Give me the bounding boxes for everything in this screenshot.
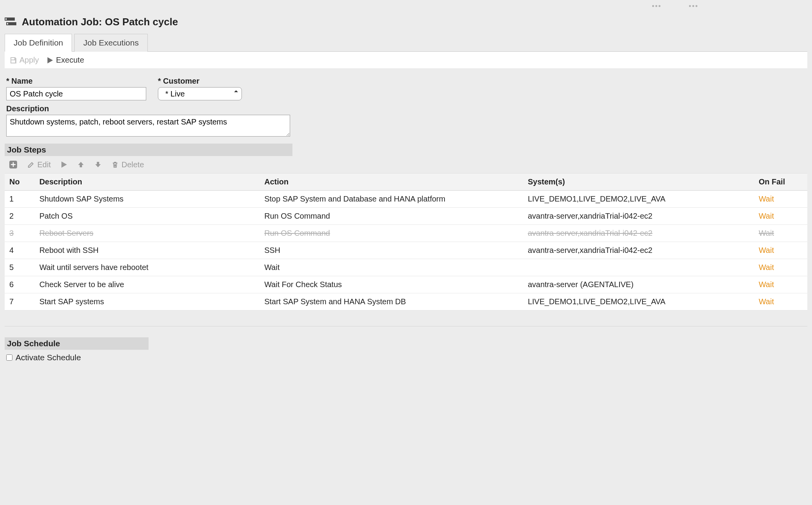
delete-step-button[interactable]: Delete (111, 160, 144, 169)
table-cell: 2 (5, 208, 35, 225)
table-cell: LIVE_DEMO1,LIVE_DEMO2,LIVE_AVA (523, 293, 754, 310)
col-no[interactable]: No (5, 174, 35, 191)
customer-select[interactable]: * Live (158, 87, 242, 100)
table-cell: Wait (260, 259, 523, 276)
col-onfail[interactable]: On Fail (754, 174, 807, 191)
table-row[interactable]: 6Check Server to be aliveWait For Check … (5, 276, 807, 293)
movedown-step-button[interactable] (94, 161, 102, 168)
steps-toolbar: Edit Delete (5, 156, 807, 173)
table-row[interactable]: 4Reboot with SSHSSHavantra-server,xandri… (5, 242, 807, 259)
play-icon (46, 56, 54, 64)
action-toolbar: Apply Execute (5, 52, 807, 69)
svg-rect-3 (7, 23, 8, 25)
pencil-icon (27, 161, 35, 168)
execute-button[interactable]: Execute (44, 55, 86, 65)
table-row[interactable]: 5Wait until servers have rebootetWaitWai… (5, 259, 807, 276)
run-step-button[interactable] (60, 161, 68, 168)
activate-schedule-checkbox[interactable] (6, 354, 12, 361)
table-cell: Wait (754, 208, 807, 225)
table-cell: avantra-server (AGENTALIVE) (523, 276, 754, 293)
table-cell (523, 259, 754, 276)
table-cell: Stop SAP System and Database and HANA pl… (260, 191, 523, 208)
col-description[interactable]: Description (35, 174, 260, 191)
customer-label: * Customer (158, 77, 242, 86)
automation-job-icon (5, 18, 16, 27)
table-cell: SSH (260, 242, 523, 259)
table-cell: Wait until servers have rebootet (35, 259, 260, 276)
header-menus: ••• ••• (5, 0, 807, 11)
description-textarea[interactable] (6, 115, 290, 137)
table-cell: avantra-server,xandriaTrial-i042-ec2 (523, 242, 754, 259)
col-systems[interactable]: System(s) (523, 174, 754, 191)
arrow-down-icon (94, 161, 102, 168)
name-label: * Name (6, 77, 146, 86)
table-cell: avantra-server,xandriaTrial-i042-ec2 (523, 208, 754, 225)
table-cell: Wait For Check Status (260, 276, 523, 293)
trash-icon (111, 161, 119, 168)
activate-schedule-row[interactable]: Activate Schedule (5, 350, 807, 365)
divider (5, 326, 807, 326)
table-cell: LIVE_DEMO1,LIVE_DEMO2,LIVE_AVA (523, 191, 754, 208)
table-cell: Start SAP System and HANA System DB (260, 293, 523, 310)
svg-rect-1 (5, 18, 7, 20)
col-action[interactable]: Action (260, 174, 523, 191)
description-label: Description (6, 104, 806, 113)
table-cell: Run OS Command (260, 208, 523, 225)
activate-schedule-label: Activate Schedule (16, 353, 81, 362)
arrow-up-icon (77, 161, 85, 168)
table-cell: 7 (5, 293, 35, 310)
table-cell: Wait (754, 293, 807, 310)
steps-table: No Description Action System(s) On Fail … (5, 173, 807, 310)
play-icon (60, 161, 68, 168)
table-cell: Wait (754, 276, 807, 293)
tab-job-executions[interactable]: Job Executions (74, 34, 147, 52)
name-input[interactable] (6, 87, 146, 100)
table-cell: 5 (5, 259, 35, 276)
table-cell: avantra-server,xandriaTrial-i042-ec2 (523, 225, 754, 242)
table-cell: Wait (754, 242, 807, 259)
job-schedule-header: Job Schedule (5, 337, 149, 350)
table-cell: Wait (754, 191, 807, 208)
save-icon (9, 56, 17, 64)
plus-square-icon (9, 160, 18, 169)
table-cell: Run OS Command (260, 225, 523, 242)
tab-job-definition[interactable]: Job Definition (5, 34, 72, 52)
table-row[interactable]: 7Start SAP systemsStart SAP System and H… (5, 293, 807, 310)
job-steps-header: Job Steps (5, 144, 292, 156)
table-cell: Wait (754, 225, 807, 242)
table-cell: 1 (5, 191, 35, 208)
table-cell: Check Server to be alive (35, 276, 260, 293)
table-row[interactable]: 2Patch OSRun OS Commandavantra-server,xa… (5, 208, 807, 225)
add-step-button[interactable] (9, 160, 18, 169)
page-title: Automation Job: OS Patch cycle (22, 16, 178, 28)
table-cell: 4 (5, 242, 35, 259)
table-cell: Reboot with SSH (35, 242, 260, 259)
table-row[interactable]: 3Reboot ServersRun OS Commandavantra-ser… (5, 225, 807, 242)
ellipsis-icon[interactable]: ••• (652, 2, 662, 11)
moveup-step-button[interactable] (77, 161, 85, 168)
table-cell: Wait (754, 259, 807, 276)
table-cell: 3 (5, 225, 35, 242)
edit-step-button[interactable]: Edit (27, 160, 51, 169)
table-cell: Patch OS (35, 208, 260, 225)
table-cell: Start SAP systems (35, 293, 260, 310)
tabs: Job Definition Job Executions (5, 33, 807, 52)
table-cell: 6 (5, 276, 35, 293)
ellipsis-icon[interactable]: ••• (689, 2, 698, 11)
apply-button[interactable]: Apply (7, 55, 41, 65)
table-row[interactable]: 1Shutdown SAP SystemsStop SAP System and… (5, 191, 807, 208)
table-cell: Shutdown SAP Systems (35, 191, 260, 208)
table-cell: Reboot Servers (35, 225, 260, 242)
